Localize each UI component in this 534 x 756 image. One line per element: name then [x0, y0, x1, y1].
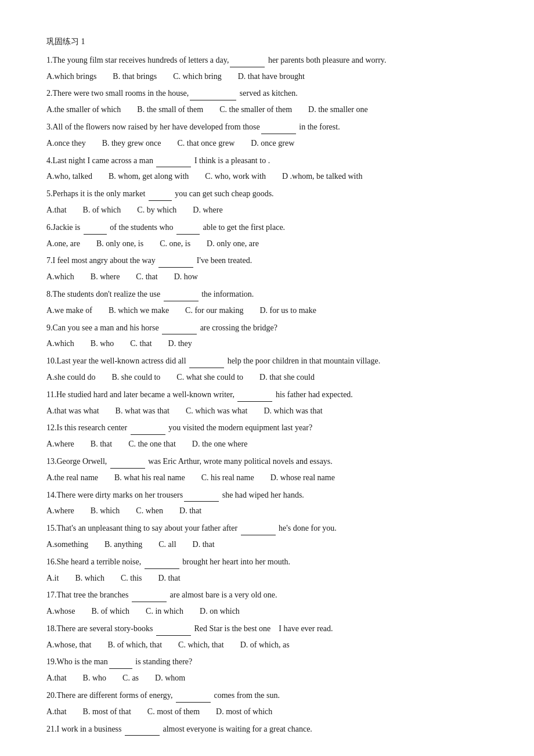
options-16: A.it B. which C. this D. that: [46, 571, 488, 585]
question-18: 18.There are several story-books Red Sta…: [46, 622, 488, 636]
options-19: A.that B. who C. as D. whom: [46, 671, 488, 685]
blank-3: [261, 126, 296, 134]
blank-7: [158, 260, 193, 268]
question-4: 4.Last night I came across a man I think…: [46, 154, 488, 168]
options-1: A.which brings B. that brings C. which b…: [46, 70, 488, 84]
question-14: 14.There were dirty marks on her trouser…: [46, 488, 488, 502]
blank-13: [110, 460, 145, 469]
question-9: 9.Can you see a man and his horse are cr…: [46, 321, 488, 335]
blank-9: [162, 326, 197, 334]
question-2: 2.There were two small rooms in the hous…: [46, 87, 488, 100]
question-12: 12.Is this research center you visited t…: [46, 421, 488, 435]
options-6: A.one, are B. only one, is C. one, is D.…: [46, 237, 488, 251]
question-21: 21.I work in a business almost everyone …: [46, 722, 488, 736]
blank-5: [149, 193, 172, 201]
options-3: A.once they B. they grew once C. that on…: [46, 136, 488, 150]
question-1: 1.The young film star receives hundreds …: [46, 53, 488, 67]
blank-17: [132, 594, 167, 602]
options-7: A.which B. where C. that D. how: [46, 270, 488, 284]
question-20: 20.There are different forms of energy, …: [46, 689, 488, 703]
blank-16: [145, 561, 179, 569]
blank-6b: [176, 226, 200, 235]
blank-21: [125, 728, 160, 736]
question-11: 11.He studied hard and later became a we…: [46, 388, 488, 402]
options-15: A.something B. anything C. all D. that: [46, 538, 488, 552]
blank-14: [184, 494, 219, 502]
options-14: A.where B. which C. when D. that: [46, 504, 488, 518]
blank-6a: [84, 226, 107, 235]
blank-2: [190, 92, 236, 100]
question-13: 13.George Orwell, was Eric Arthur, wrote…: [46, 455, 488, 469]
options-9: A.which B. who C. that D. they: [46, 337, 488, 351]
question-15: 15.That's an unpleasant thing to say abo…: [46, 521, 488, 535]
question-19: 19.Who is the man is standing there?: [46, 655, 488, 669]
blank-15: [241, 527, 276, 535]
blank-12: [131, 427, 165, 435]
options-20: A.that B. most of that C. most of them D…: [46, 705, 488, 719]
options-17: A.whose B. of which C. in which D. on wh…: [46, 604, 488, 618]
page-title: 巩固练习 1: [46, 35, 488, 49]
question-7: 7.I feel most angry about the way I've b…: [46, 254, 488, 268]
question-16: 16.She heard a terrible noise, brought h…: [46, 555, 488, 569]
options-5: A.that B. of which C. by which D. where: [46, 203, 488, 217]
options-10: A.she could do B. she could to C. what s…: [46, 370, 488, 384]
blank-4: [156, 159, 191, 167]
options-12: A.where B. that C. the one that D. the o…: [46, 437, 488, 451]
options-18: A.whose, that B. of which, that C. which…: [46, 638, 488, 652]
options-4: A.who, talked B. whom, get along with C.…: [46, 170, 488, 183]
blank-1: [230, 59, 265, 67]
question-6: 6.Jackie is of the students who able to …: [46, 221, 488, 235]
question-5: 5.Perhaps it is the only market you can …: [46, 187, 488, 201]
questions-list: 1.The young film star receives hundreds …: [46, 53, 488, 736]
blank-19: [109, 661, 132, 669]
question-17: 17.That tree the branches are almost bar…: [46, 588, 488, 602]
page-container: 巩固练习 1 1.The young film star receives hu…: [46, 35, 488, 736]
options-8: A.we make of B. which we make C. for our…: [46, 304, 488, 318]
options-11: A.that was what B. what was that C. whic…: [46, 404, 488, 418]
blank-11: [237, 394, 272, 402]
blank-20: [176, 694, 211, 703]
blank-8: [164, 293, 199, 301]
blank-18: [156, 628, 191, 636]
options-13: A.the real name B. what his real name C.…: [46, 471, 488, 485]
question-3: 3.All of the flowers now raised by her h…: [46, 120, 488, 134]
options-2: A.the smaller of which B. the small of t…: [46, 103, 488, 117]
question-10: 10.Last year the well-known actress did …: [46, 354, 488, 368]
blank-10: [189, 360, 224, 368]
question-8: 8.The students don't realize the use the…: [46, 287, 488, 301]
